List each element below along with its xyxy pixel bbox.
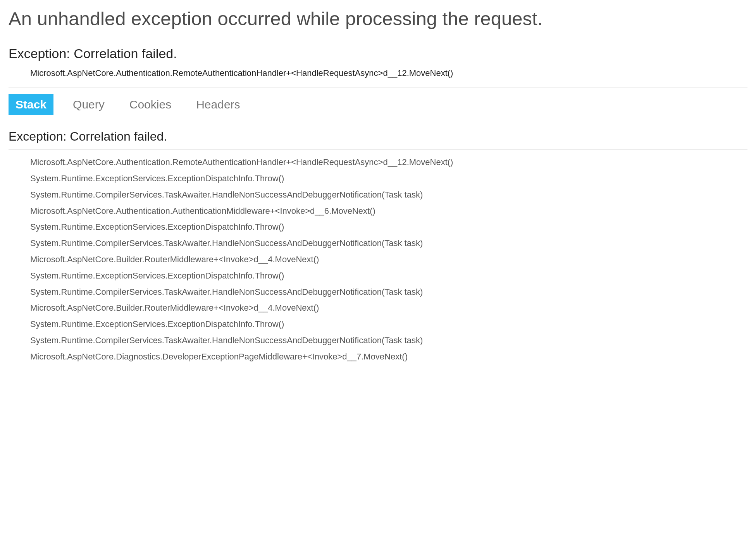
stack-frame: System.Runtime.CompilerServices.TaskAwai…: [30, 187, 747, 203]
stack-frame: System.Runtime.ExceptionServices.Excepti…: [30, 219, 747, 235]
exception-title: Exception: Correlation failed.: [9, 46, 747, 61]
tab-query[interactable]: Query: [67, 96, 110, 113]
stack-frame: Microsoft.AspNetCore.Builder.RouterMiddl…: [30, 251, 747, 268]
tab-stack[interactable]: Stack: [9, 94, 53, 115]
stack-frame: Microsoft.AspNetCore.Diagnostics.Develop…: [30, 349, 747, 365]
stack-frame: System.Runtime.CompilerServices.TaskAwai…: [30, 235, 747, 251]
stack-frame: System.Runtime.ExceptionServices.Excepti…: [30, 268, 747, 284]
stack-frame: System.Runtime.CompilerServices.TaskAwai…: [30, 284, 747, 300]
tab-cookies[interactable]: Cookies: [124, 96, 177, 113]
tab-list: Stack Query Cookies Headers: [9, 94, 747, 119]
separator: [9, 88, 747, 88]
stack-frame: System.Runtime.ExceptionServices.Excepti…: [30, 316, 747, 332]
tab-headers[interactable]: Headers: [191, 96, 245, 113]
stack-frames: Microsoft.AspNetCore.Authentication.Remo…: [30, 154, 747, 365]
exception-first-frame: Microsoft.AspNetCore.Authentication.Remo…: [30, 68, 747, 78]
stack-frame: Microsoft.AspNetCore.Builder.RouterMiddl…: [30, 300, 747, 316]
stack-frame: System.Runtime.ExceptionServices.Excepti…: [30, 170, 747, 187]
stack-exception-title: Exception: Correlation failed.: [9, 129, 747, 150]
stack-frame: System.Runtime.CompilerServices.TaskAwai…: [30, 332, 747, 349]
page-title: An unhandled exception occurred while pr…: [9, 7, 747, 31]
stack-frame: Microsoft.AspNetCore.Authentication.Remo…: [30, 154, 747, 170]
stack-frame: Microsoft.AspNetCore.Authentication.Auth…: [30, 203, 747, 219]
